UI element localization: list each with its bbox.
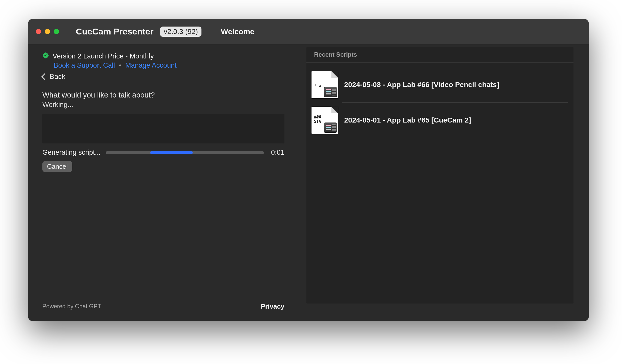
subscription-line: Version 2 Launch Price - Monthly (42, 52, 284, 60)
back-button[interactable]: Back (42, 72, 65, 81)
version-badge: v2.0.3 (92) (160, 27, 201, 37)
close-window-button[interactable] (36, 29, 41, 34)
minimize-window-button[interactable] (45, 29, 50, 34)
tab-welcome[interactable]: Welcome (221, 27, 254, 36)
document-icon: ! w (312, 71, 338, 98)
fullscreen-window-button[interactable] (54, 29, 59, 34)
recent-scripts-header: Recent Scripts (306, 47, 573, 63)
window-controls (36, 29, 59, 34)
titlebar: CueCam Presenter v2.0.3 (92) Welcome (28, 19, 589, 44)
powered-by-label: Powered by Chat GPT (42, 303, 101, 310)
recent-scripts-panel: Recent Scripts ! w 2024-05-08 - App Lab … (306, 47, 573, 304)
verified-badge-icon (42, 52, 49, 60)
recent-script-title: 2024-05-01 - App Lab #65 [CueCam 2] (344, 116, 471, 124)
progress-label: Generating script... (42, 149, 101, 156)
right-pane: Recent Scripts ! w 2024-05-08 - App Lab … (299, 44, 589, 321)
document-icon: ### STA (312, 107, 338, 134)
recent-script-item[interactable]: ! w 2024-05-08 - App Lab #66 [Video Penc… (309, 67, 571, 102)
back-label: Back (50, 72, 65, 81)
app-window: CueCam Presenter v2.0.3 (92) Welcome Ver… (28, 19, 589, 321)
prompt-heading: What would you like to talk about? (42, 91, 284, 99)
link-separator: • (119, 62, 121, 69)
subscription-links: Book a Support Call • Manage Account (54, 62, 284, 69)
working-status: Working... (42, 101, 284, 109)
privacy-link[interactable]: Privacy (261, 302, 284, 310)
progress-fill (150, 151, 193, 154)
recent-scripts-list: ! w 2024-05-08 - App Lab #66 [Video Penc… (306, 63, 573, 138)
progress-timer: 0:01 (269, 149, 284, 156)
window-body: Version 2 Launch Price - Monthly Book a … (28, 44, 589, 321)
recent-script-item[interactable]: ### STA 2024-05-01 - App Lab #65 [CueCam… (309, 103, 571, 138)
prompt-input[interactable] (42, 114, 284, 143)
chevron-left-icon (41, 73, 48, 80)
app-title: CueCam Presenter (76, 27, 153, 37)
left-footer: Powered by Chat GPT Privacy (42, 302, 284, 310)
cancel-button[interactable]: Cancel (42, 161, 72, 172)
recent-script-title: 2024-05-08 - App Lab #66 [Video Pencil c… (344, 81, 499, 89)
progress-row: Generating script... 0:01 (42, 149, 284, 156)
manage-account-link[interactable]: Manage Account (125, 62, 177, 69)
book-support-call-link[interactable]: Book a Support Call (54, 62, 115, 69)
left-pane: Version 2 Launch Price - Monthly Book a … (28, 44, 299, 321)
subscription-plan-name: Version 2 Launch Price - Monthly (53, 52, 154, 60)
progress-bar (106, 151, 264, 154)
